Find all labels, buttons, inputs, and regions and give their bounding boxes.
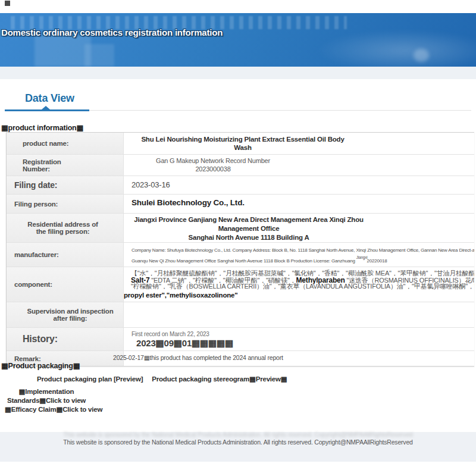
- product-name-label: product name:: [23, 140, 68, 147]
- component-label: component:: [14, 281, 52, 288]
- product-name-line2: Wash: [124, 143, 362, 152]
- filing-person-value-cell: Shulei Biotechnology Co., Ltd.: [124, 195, 474, 213]
- manufacturer-line2: Guanqu New Qi Zhou Management Office San…: [131, 254, 474, 265]
- page-title: Domestic ordinary cosmetics registration…: [1, 27, 223, 37]
- packaging-stereogram-preview-link[interactable]: ▦Preview▦: [249, 375, 287, 383]
- table-row-supervision: Supervision and inspection after filing:: [7, 302, 474, 328]
- filing-date-value-cell: 2023-03-16: [124, 176, 474, 194]
- table-row-manufacturer: manufacturer: Company Name: Shufuya Biot…: [7, 243, 474, 267]
- page-banner: Domestic ordinary cosmetics registration…: [0, 13, 476, 67]
- residential-address-value-cell: Jiangxi Province Ganjiang New Area Direc…: [124, 214, 474, 242]
- component-line3: "柠檬酸钠"，"乳香（BOSWELLIA CARTERII）油"，"薰衣草（LA…: [124, 283, 474, 290]
- tab-indicator-arrow-icon: [42, 106, 50, 109]
- page-footer: This website is sponsored by the Nationa…: [0, 432, 476, 462]
- packaging-plan-link[interactable]: Product packaging plan [Preview]: [37, 375, 143, 383]
- section-heading-product-packaging: ▦Product packaging▦: [1, 361, 80, 370]
- banner-ghost-dot: [414, 49, 429, 62]
- manufacturer-label: manufacturer:: [14, 251, 59, 258]
- registration-number-value-cell: Gan G Makeup Network Record Number 20230…: [124, 155, 474, 176]
- registration-number-label: Registration Number:: [23, 158, 79, 173]
- manufacturer-line2-text: Guanqu New Qi Zhou Management Office San…: [131, 258, 355, 264]
- footer-copyright-text: This website is sponsored by the Nationa…: [0, 439, 476, 446]
- packaging-plan-preview-link[interactable]: [Preview]: [114, 375, 143, 383]
- table-row-product-name: product name: Shu Lei Nourishing Moistur…: [7, 133, 474, 155]
- manufacturer-line1: Company Name: Shufuya Biotechnology Co.,…: [131, 247, 474, 254]
- table-row-history: History: First record on March 22, 2023 …: [7, 328, 474, 351]
- filing-date-value: 2023-03-16: [124, 176, 474, 189]
- tab-divider-line: [89, 110, 471, 111]
- packaging-plan-label: Product packaging plan: [37, 375, 112, 383]
- tab-data-view[interactable]: Data View: [25, 92, 74, 105]
- history-value-cell: First record on March 22, 2023 2023▦09▦0…: [124, 328, 474, 350]
- history-change-record: 2023▦09▦01▦▦▦▦▦: [131, 338, 474, 348]
- product-name-line1: Shu Lei Nourishing Moisturizing Plant Ex…: [124, 135, 362, 143]
- filing-date-label: Filing date:: [14, 180, 57, 190]
- supervision-label: Supervision and inspection after filing:: [23, 308, 118, 322]
- filing-person-label-cell: Filing person:: [7, 195, 124, 213]
- filing-person-value: Shulei Biotechnology Co., Ltd.: [124, 195, 474, 207]
- supervision-value-cell: [124, 302, 474, 327]
- component-label-cell: component:: [7, 267, 124, 302]
- product-information-table: product name: Shu Lei Nourishing Moistur…: [6, 132, 474, 367]
- history-label-cell: History:: [7, 328, 124, 350]
- history-first-record: First record on March 22, 2023: [131, 331, 474, 338]
- table-row-component: component: 【"水"，"月桂醇聚醚硫酸酯钠"，"月桂酰胺丙基甜菜碱"，…: [7, 267, 474, 302]
- banner-ghost-block: [35, 36, 91, 67]
- filing-person-label: Filing person:: [14, 201, 58, 208]
- history-label: History:: [23, 334, 58, 345]
- product-name-value-cell: Shu Lei Nourishing Moisturizing Plant Ex…: [124, 133, 474, 154]
- packaging-links-row: Product packaging plan [Preview] Product…: [37, 375, 294, 383]
- table-row-filing-date: Filing date: 2023-03-16: [7, 176, 474, 195]
- efficacy-claim-click-to-view[interactable]: Click to view: [62, 406, 102, 413]
- table-row-filing-person: Filing person: Shulei Biotechnology Co.,…: [7, 195, 474, 214]
- efficacy-claim-link[interactable]: ▦Efficacy Claim▦Click to view: [5, 405, 102, 414]
- implementation-standards-click-to-view[interactable]: Click to view: [46, 397, 86, 404]
- supervision-value: [124, 302, 474, 306]
- manufacturer-line2-superscript: Jiangxi: [356, 255, 368, 259]
- banner-substrip: [0, 67, 476, 79]
- residential-address-label-cell: Residential address of the filing person…: [7, 214, 124, 242]
- footer-ghost-text: This website is sponsored by the Nationa…: [0, 431, 476, 438]
- remark-value: 2025-02-17▦this product has completed th…: [113, 351, 474, 361]
- page-corner-mark: [5, 1, 10, 6]
- manufacturer-line2-license-number: 20220018: [367, 258, 387, 264]
- packaging-stereogram-label: Product packaging stereogram: [152, 375, 249, 383]
- table-row-registration-number: Registration Number: Gan G Makeup Networ…: [7, 155, 474, 176]
- filing-date-label-cell: Filing date:: [7, 176, 124, 194]
- banner-ghost-block: [84, 44, 114, 67]
- implementation-standards-link[interactable]: ▦Implementation Standards▦Click to view: [1, 387, 92, 405]
- registration-number-label-cell: Registration Number:: [7, 155, 124, 176]
- manufacturer-value-cell: Company Name: Shufuya Biotechnology Co.,…: [124, 243, 474, 267]
- packaging-stereogram-link[interactable]: Product packaging stereogram▦Preview▦: [152, 375, 287, 383]
- efficacy-claim-label: ▦Efficacy Claim▦: [5, 406, 62, 413]
- product-name-label-cell: product name:: [7, 133, 124, 154]
- registration-number-line2: 2023000038: [124, 165, 302, 173]
- component-value-cell: 【"水"，"月桂醇聚醚硫酸酯钠"，"月桂酰胺丙基甜菜碱"，"氯化钠"，"香精"，…: [124, 267, 474, 302]
- banner-ghost-swoosh: [315, 30, 476, 67]
- tab-active-indicator: [5, 109, 89, 111]
- section-heading-product-information: ▦product information▦: [1, 123, 83, 132]
- registration-number-line1: Gan G Makeup Network Record Number: [124, 156, 302, 165]
- manufacturer-label-cell: manufacturer:: [7, 243, 124, 267]
- supervision-label-cell: Supervision and inspection after filing:: [7, 302, 124, 327]
- residential-address-line1: Jiangxi Province Ganjiang New Area Direc…: [124, 215, 374, 233]
- residential-address-label: Residential address of the filing person…: [23, 221, 103, 235]
- residential-address-line2: Sanghai North Avenue 1118 Building A: [124, 233, 374, 242]
- component-line4: propyl ester","methylisoxazolinone": [124, 292, 474, 299]
- table-row-residential-address: Residential address of the filing person…: [7, 214, 474, 243]
- component-line1: 【"水"，"月桂醇聚醚硫酸酯钠"，"月桂酰胺丙基甜菜碱"，"氯化钠"，"香精"，…: [124, 270, 474, 277]
- remark-value-cell: 2025-02-17▦this product has completed th…: [124, 351, 474, 366]
